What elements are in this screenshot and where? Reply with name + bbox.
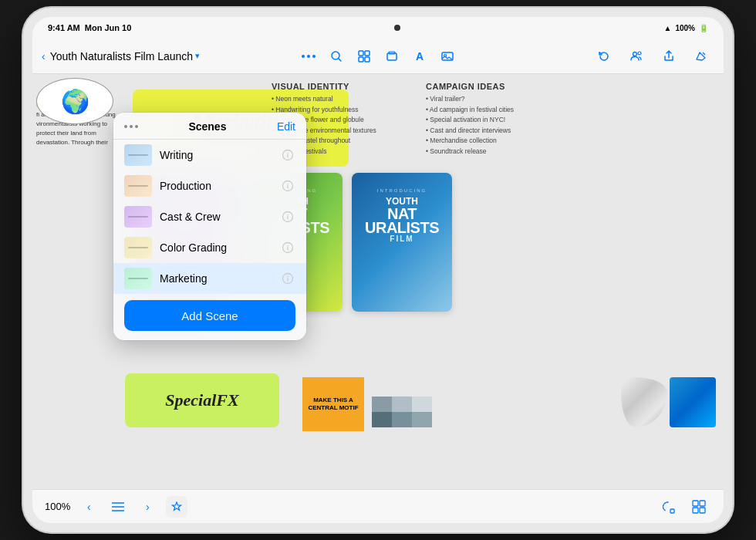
image-icon xyxy=(441,50,454,62)
title-text: Youth Naturalists Film Launch xyxy=(50,50,193,62)
next-chevron-icon: › xyxy=(146,501,150,513)
globe-element: 🌍 xyxy=(36,78,113,124)
add-scene-button[interactable]: Add Scene xyxy=(124,300,295,331)
scenes-dots xyxy=(124,125,138,128)
svg-point-25 xyxy=(287,276,289,278)
layers-button[interactable] xyxy=(379,43,405,69)
silver-blob-thumb xyxy=(621,377,667,427)
svg-point-11 xyxy=(638,52,641,55)
scene-item-production[interactable]: Production xyxy=(113,170,306,201)
info-circle-icon-5 xyxy=(282,272,294,285)
scene-item-writing[interactable]: Writing xyxy=(113,140,306,170)
scene-label-marketing: Marketing xyxy=(160,272,272,285)
date-display: Mon Jun 10 xyxy=(85,23,132,32)
star-button[interactable] xyxy=(166,496,187,518)
svg-rect-33 xyxy=(693,508,698,513)
swatch-5 xyxy=(392,412,412,427)
main-toolbar: ‹ Youth Naturalists Film Launch ▾ xyxy=(32,39,724,74)
wifi-icon: ▲ xyxy=(664,24,672,32)
globe-icon: 🌍 xyxy=(61,88,89,115)
toolbar-center: A xyxy=(268,43,489,69)
poster-card-blue[interactable]: INTRODUCING YOUTH NAT URALISTS FILM xyxy=(352,173,452,312)
status-bar-right: ▲ 100% 🔋 xyxy=(664,24,708,32)
text-button[interactable]: A xyxy=(407,43,433,69)
scene-label-cast-crew: Cast & Crew xyxy=(160,211,272,223)
blue-thumb xyxy=(670,377,716,427)
campaign-list: • Viral trailer? • Ad campaign in festiv… xyxy=(426,94,580,157)
lasso-tool-button[interactable] xyxy=(656,494,680,519)
search-toolbar-button[interactable] xyxy=(323,43,349,69)
color-swatches xyxy=(372,397,432,427)
scene-info-writing[interactable] xyxy=(280,147,295,163)
scene-thumb-color xyxy=(124,237,152,258)
list-view-button[interactable] xyxy=(107,496,129,518)
scene-info-color[interactable] xyxy=(280,240,295,255)
search-icon xyxy=(330,50,343,62)
share-button[interactable] xyxy=(656,43,682,69)
bottom-toolbar-left: 100% ‹ › xyxy=(45,496,187,518)
more-options-button[interactable] xyxy=(295,43,322,69)
svg-rect-4 xyxy=(359,57,363,62)
collaborate-button[interactable] xyxy=(623,43,650,69)
visual-identity-title: VISUAL IDENTITY xyxy=(272,82,410,91)
undo-icon xyxy=(598,50,610,62)
sticky-text: MAKE THIS A CENTRAL MOTIF xyxy=(307,397,359,413)
synopsis-panel: 🌍 NOPSIS fi adventure film about young v… xyxy=(32,74,121,489)
swatch-1 xyxy=(372,397,392,412)
svg-line-1 xyxy=(339,59,341,61)
lasso-icon xyxy=(660,499,676,515)
scene-info-cast[interactable] xyxy=(280,209,295,224)
svg-rect-5 xyxy=(365,57,370,62)
svg-point-16 xyxy=(287,184,289,185)
info-circle-icon xyxy=(282,149,294,161)
info-circle-icon-2 xyxy=(282,180,294,192)
time-display: 9:41 AM xyxy=(48,23,80,32)
svg-point-19 xyxy=(287,214,289,216)
special-fx-element[interactable]: SpecialFX xyxy=(125,373,279,427)
ipad-frame: 9:41 AM Mon Jun 10 ▲ 100% 🔋 ‹ Youth Natu… xyxy=(23,8,733,532)
layers-icon xyxy=(386,50,398,62)
back-button[interactable]: ‹ xyxy=(42,50,46,62)
grid-view-button[interactable] xyxy=(351,43,377,69)
back-chevron-icon: ‹ xyxy=(42,50,46,62)
document-title[interactable]: Youth Naturalists Film Launch ▾ xyxy=(50,50,200,62)
swatch-3 xyxy=(412,397,432,412)
info-circle-icon-3 xyxy=(282,211,294,223)
bottom-toolbar: 100% ‹ › xyxy=(32,489,724,523)
scene-item-marketing[interactable]: Marketing xyxy=(113,263,306,294)
scene-info-marketing[interactable] xyxy=(280,271,295,286)
poster-inner-blue: INTRODUCING YOUTH NAT URALISTS FILM xyxy=(352,173,452,312)
status-bar-left: 9:41 AM Mon Jun 10 xyxy=(48,23,131,32)
battery-icon: 🔋 xyxy=(699,24,708,32)
list-icon xyxy=(112,501,124,512)
edit-mode-button[interactable] xyxy=(688,43,714,69)
special-fx-text: SpecialFX xyxy=(165,390,238,410)
undo-button[interactable] xyxy=(591,43,617,69)
scenes-title: Scenes xyxy=(138,120,277,133)
dot2 xyxy=(307,55,310,58)
dot1 xyxy=(302,55,305,58)
scene-dot1 xyxy=(124,125,127,128)
prev-chevron-icon: ‹ xyxy=(87,501,91,513)
svg-rect-32 xyxy=(700,501,705,506)
people-icon xyxy=(630,50,643,62)
canvas-area[interactable]: 🌍 NOPSIS fi adventure film about young v… xyxy=(32,74,724,489)
scene-info-production[interactable] xyxy=(280,178,295,194)
scenes-edit-button[interactable]: Edit xyxy=(277,120,295,133)
grid-snap-button[interactable] xyxy=(687,494,711,519)
ipad-screen: 9:41 AM Mon Jun 10 ▲ 100% 🔋 ‹ Youth Natu… xyxy=(32,17,724,523)
swatch-4 xyxy=(372,412,392,427)
image-button[interactable] xyxy=(434,43,461,69)
next-nav-button[interactable]: › xyxy=(137,496,158,518)
pencil-icon xyxy=(695,50,707,62)
scene-item-color-grading[interactable]: Color Grading xyxy=(113,232,306,263)
scene-item-cast-crew[interactable]: Cast & Crew xyxy=(113,201,306,232)
sticky-note[interactable]: MAKE THIS A CENTRAL MOTIF xyxy=(302,377,364,431)
toolbar-left: ‹ Youth Naturalists Film Launch ▾ xyxy=(42,50,263,62)
scene-thumb-writing xyxy=(124,144,152,166)
scene-dot2 xyxy=(130,125,133,128)
prev-nav-button[interactable]: ‹ xyxy=(78,496,100,518)
swatch-6 xyxy=(412,412,432,427)
scene-thumb-production xyxy=(124,175,152,197)
svg-rect-30 xyxy=(670,509,674,513)
